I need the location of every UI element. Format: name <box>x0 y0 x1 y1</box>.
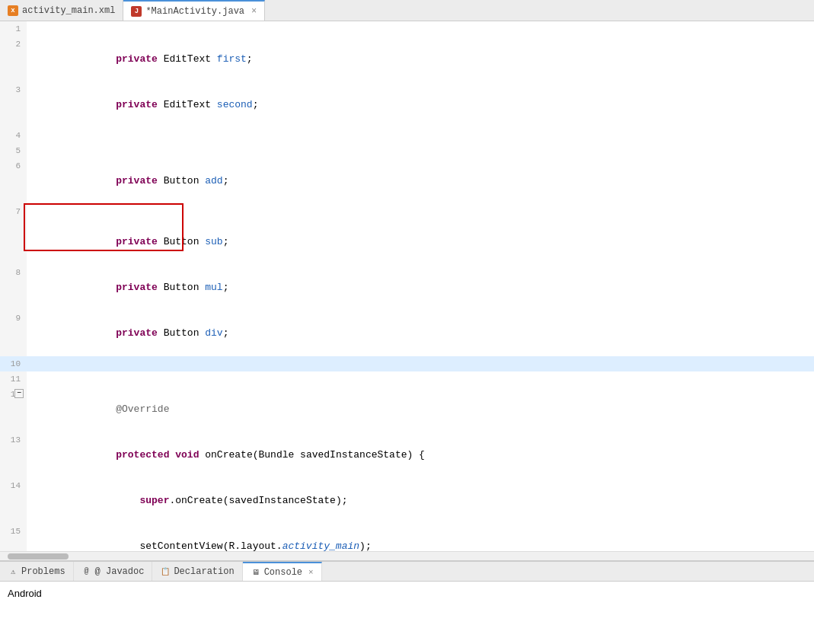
tab-label-xml: activity_main.xml <box>22 5 115 16</box>
problems-icon: ⚠ <box>8 566 18 577</box>
tab-declaration[interactable]: 📋 Declaration <box>152 562 242 581</box>
italic-variable: activity_main <box>283 540 359 551</box>
line-num-3: 3 <box>0 82 27 128</box>
tab-close-icon[interactable]: × <box>251 6 257 17</box>
line-content-3[interactable]: private EditText second; <box>27 82 814 128</box>
line-content-13[interactable]: protected void onCreate(Bundle savedInst… <box>27 432 814 478</box>
code-line-10: 10 <box>0 356 814 371</box>
annotation: @Override <box>116 403 169 415</box>
javadoc-icon: @ <box>81 566 92 577</box>
tab-label-console: Console <box>264 567 302 578</box>
line-content-8[interactable]: private Button mul; <box>27 265 814 311</box>
line-content-12[interactable]: @Override <box>27 387 814 432</box>
tab-console[interactable]: 🖥 Console × <box>243 562 322 581</box>
xml-icon: x <box>8 5 18 16</box>
bottom-content: Android <box>0 582 814 644</box>
variable: add <box>205 175 222 187</box>
line-content-4[interactable] <box>27 128 814 143</box>
scroll-thumb[interactable] <box>8 553 69 560</box>
variable: sub <box>205 236 222 247</box>
keyword: super <box>139 495 169 506</box>
line-num-8: 8 <box>0 265 27 311</box>
code-line-5: 5 <box>0 143 814 158</box>
line-num-9: 9 <box>0 311 27 356</box>
console-text: Android <box>8 588 42 599</box>
declaration-icon: 📋 <box>160 566 171 577</box>
tab-label-declaration: Declaration <box>174 566 234 577</box>
code-line-3: 3 private EditText second; <box>0 82 814 128</box>
variable: second <box>217 99 253 110</box>
line-content-1[interactable] <box>27 21 814 37</box>
tab-label-java: *MainActivity.java <box>145 6 244 17</box>
line-content-15[interactable]: setContentView(R.layout.activity_main); <box>27 524 814 551</box>
line-num-11: 11 <box>0 371 27 387</box>
line-content-5[interactable] <box>27 143 814 158</box>
bottom-tab-bar: ⚠ Problems @ @ Javadoc 📋 Declaration 🖥 C… <box>0 562 814 582</box>
line-content-7[interactable]: private Button sub; <box>27 204 814 265</box>
line-content-10[interactable] <box>27 356 814 371</box>
code-line-11: 11 <box>0 371 814 387</box>
variable: mul <box>205 282 222 293</box>
keyword: private <box>116 236 158 247</box>
code-line-6: 6 private Button add; <box>0 158 814 204</box>
code-line-4: 4 <box>0 128 814 143</box>
line-num-5: 5 <box>0 143 27 158</box>
keyword: private <box>116 53 158 65</box>
line-content-6[interactable]: private Button add; <box>27 158 814 204</box>
keyword: private <box>116 282 158 293</box>
line-num-6: 6 <box>0 158 27 204</box>
code-line-2: 2 private EditText first; <box>0 37 814 82</box>
line-num-10: 10 <box>0 356 27 371</box>
line-num-13: 13 <box>0 432 27 478</box>
keyword: private <box>116 175 158 187</box>
variable: first <box>217 53 247 65</box>
editor-container: 1 2 private EditText first; 3 private Ed… <box>0 21 814 551</box>
code-lines: 1 2 private EditText first; 3 private Ed… <box>0 21 814 551</box>
line-content-14[interactable]: super.onCreate(savedInstanceState); <box>27 478 814 524</box>
tab-activity-main-xml[interactable]: x activity_main.xml <box>0 0 123 21</box>
line-num-14: 14 <box>0 478 27 524</box>
collapse-icon-12[interactable]: − <box>14 389 24 398</box>
console-icon: 🖥 <box>251 567 261 578</box>
scroll-area[interactable] <box>0 551 814 560</box>
line-num-15: 15 <box>0 524 27 551</box>
code-line-12: 12 − @Override <box>0 387 814 432</box>
tab-problems[interactable]: ⚠ Problems <box>0 562 74 581</box>
line-content-9[interactable]: private Button div; <box>27 311 814 356</box>
keyword: protected <box>116 449 169 461</box>
tab-bar: x activity_main.xml J *MainActivity.java… <box>0 0 814 21</box>
code-line-8: 8 private Button mul; <box>0 265 814 311</box>
line-num-2: 2 <box>0 37 27 82</box>
code-line-15: 15 setContentView(R.layout.activity_main… <box>0 524 814 551</box>
line-num-7: 7 <box>0 204 27 265</box>
line-num-4: 4 <box>0 128 27 143</box>
tab-label-javadoc: @ Javadoc <box>95 566 145 577</box>
code-line-14: 14 super.onCreate(savedInstanceState); <box>0 478 814 524</box>
code-line-7: 7 private Button sub; <box>0 204 814 265</box>
line-content-11[interactable] <box>27 371 814 387</box>
code-line-13: 13 protected void onCreate(Bundle savedI… <box>0 432 814 478</box>
code-wrapper: 1 2 private EditText first; 3 private Ed… <box>0 21 814 551</box>
tab-label-problems: Problems <box>21 566 65 577</box>
code-line-1: 1 <box>0 21 814 37</box>
bottom-panel: ⚠ Problems @ @ Javadoc 📋 Declaration 🖥 C… <box>0 560 814 644</box>
line-num-1: 1 <box>0 21 27 37</box>
keyword: void <box>175 449 199 461</box>
tab-main-activity-java[interactable]: J *MainActivity.java × <box>123 0 265 21</box>
java-icon: J <box>131 6 142 17</box>
tab-javadoc[interactable]: @ @ Javadoc <box>74 562 153 581</box>
variable: div <box>205 327 222 339</box>
code-line-9: 9 private Button div; <box>0 311 814 356</box>
keyword: private <box>116 99 158 110</box>
keyword: private <box>116 327 158 339</box>
console-close-icon[interactable]: × <box>308 568 314 577</box>
line-content-2[interactable]: private EditText first; <box>27 37 814 82</box>
